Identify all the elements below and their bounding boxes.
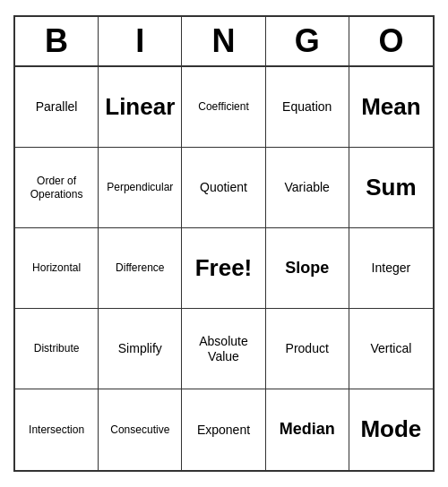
- bingo-cell: Coefficient: [182, 67, 265, 148]
- cell-text: Absolute Value: [185, 334, 261, 364]
- bingo-cell: Intersection: [15, 389, 99, 470]
- bingo-grid: ParallelLinearCoefficientEquationMeanOrd…: [15, 67, 433, 470]
- bingo-cell: Product: [266, 309, 349, 389]
- bingo-cell: Absolute Value: [182, 309, 265, 389]
- header-letter: N: [182, 17, 265, 65]
- cell-text: Product: [286, 341, 329, 356]
- cell-text: Quotient: [200, 180, 247, 195]
- cell-text: Linear: [105, 93, 175, 121]
- cell-text: Perpendicular: [107, 181, 173, 193]
- cell-text: Distribute: [34, 342, 80, 355]
- bingo-cell: Sum: [349, 148, 433, 228]
- cell-text: Sum: [366, 174, 416, 201]
- bingo-cell: Horizontal: [15, 228, 99, 309]
- cell-text: Coefficient: [198, 100, 248, 113]
- cell-text: Order of Operations: [19, 175, 94, 201]
- bingo-cell: Vertical: [349, 309, 433, 389]
- cell-text: Horizontal: [32, 261, 81, 274]
- cell-text: Vertical: [370, 341, 411, 356]
- cell-text: Consecutive: [110, 423, 169, 436]
- bingo-cell: Variable: [266, 148, 349, 228]
- bingo-card: BINGO ParallelLinearCoefficientEquationM…: [13, 15, 435, 472]
- bingo-cell: Slope: [266, 228, 349, 309]
- bingo-cell: Mean: [349, 67, 433, 148]
- cell-text: Integer: [372, 261, 411, 276]
- cell-text: Difference: [116, 261, 164, 274]
- header-letter: G: [266, 17, 349, 65]
- bingo-cell: Distribute: [15, 309, 99, 389]
- bingo-cell: Simplify: [99, 309, 182, 389]
- cell-text: Mode: [360, 415, 421, 443]
- bingo-cell: Mode: [349, 389, 433, 470]
- bingo-cell: Median: [266, 389, 349, 470]
- cell-text: Simplify: [118, 341, 162, 356]
- bingo-cell: Parallel: [15, 67, 99, 148]
- bingo-cell: Difference: [99, 228, 182, 309]
- bingo-cell: Consecutive: [99, 389, 182, 470]
- cell-text: Slope: [285, 259, 329, 278]
- cell-text: Mean: [361, 93, 420, 121]
- cell-text: Median: [280, 420, 335, 440]
- cell-text: Intersection: [29, 423, 84, 436]
- header-letter: I: [99, 17, 182, 65]
- bingo-cell: Exponent: [182, 389, 265, 470]
- bingo-cell: Perpendicular: [99, 148, 182, 228]
- bingo-cell: Integer: [349, 228, 433, 309]
- bingo-cell: Quotient: [182, 148, 265, 228]
- header-letter: B: [15, 17, 99, 65]
- header-letter: O: [349, 17, 433, 65]
- bingo-cell: Linear: [99, 67, 182, 148]
- cell-text: Exponent: [197, 423, 250, 438]
- bingo-cell: Equation: [266, 67, 349, 148]
- cell-text: Parallel: [36, 99, 78, 115]
- bingo-header: BINGO: [15, 17, 433, 67]
- cell-text: Equation: [282, 99, 332, 115]
- cell-text: Variable: [285, 180, 330, 195]
- bingo-cell: Free!: [182, 228, 265, 309]
- cell-text: Free!: [195, 254, 253, 282]
- bingo-cell: Order of Operations: [15, 148, 99, 228]
